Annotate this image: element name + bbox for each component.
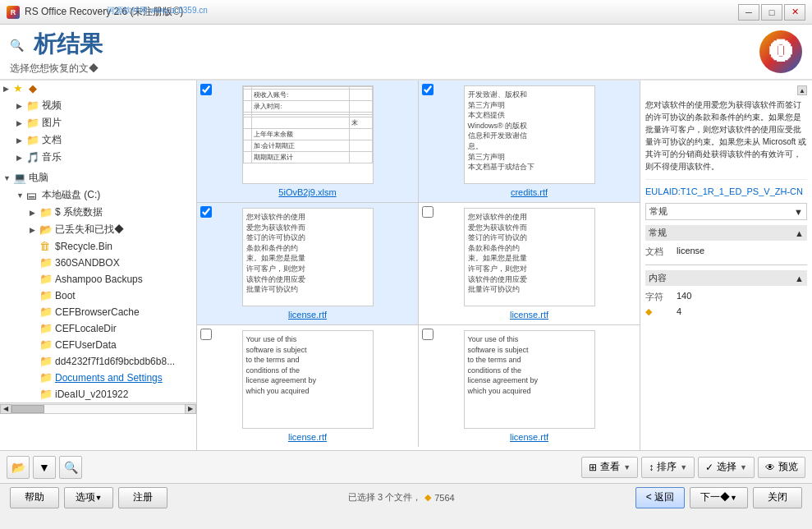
toolbar-folder-button[interactable]: 📂 (7, 456, 30, 479)
options-button[interactable]: 选项 ▼ (64, 487, 113, 508)
tree-item-recycle[interactable]: 🗑 $Recycle.Bin (0, 238, 196, 255)
tree-item-sysdata[interactable]: ▶ 📁 $ 系统数据 (0, 204, 196, 221)
file-checkbox-1[interactable] (422, 84, 434, 95)
tree-item-video[interactable]: ▶ 📁 视频 (0, 97, 196, 114)
select-label: 选择 (717, 460, 736, 474)
back-button[interactable]: < 返回 (635, 487, 685, 508)
file-checkbox-0[interactable] (200, 84, 212, 95)
preview-dropdown[interactable]: 常规 ▼ (645, 203, 807, 220)
tree-item-cef-user[interactable]: 📁 CEFUserData (0, 337, 196, 353)
tree-item-drive-c[interactable]: ▼ 🖴 本地磁盘 (C:) (0, 186, 196, 204)
count-icon: ◆ (424, 492, 431, 503)
folder-icon-360sandbox: 📁 (39, 256, 53, 269)
file-checkbox-5[interactable] (422, 329, 434, 340)
tree-item-docs-settings[interactable]: 📁 Documents and Settings (0, 370, 196, 386)
tree-item-360sandbox[interactable]: 📁 360SANDBOX (0, 255, 196, 271)
preview-table-0: 税收入账号: 录入时间: 末 上年年末余额 加:会计期期正 期期期正累计 (243, 86, 373, 163)
file-card-4[interactable]: Your use of thissoftware is subjectto th… (197, 325, 418, 447)
preview-section-normal[interactable]: 常规 ▲ (645, 225, 807, 241)
hscroll-track (11, 404, 185, 414)
tree-label-cef-browser: CEFBrowserCache (55, 306, 140, 318)
preview-button[interactable]: 👁 预览 (758, 457, 805, 478)
file-list-panel: 税收入账号: 录入时间: 末 上年年末余额 加:会计期期正 期期期正累计 5iO… (197, 80, 640, 450)
file-card-1[interactable]: 开发致谢、版权和第三方声明本文档提供Windows® 的版权信息和开发致谢信息。… (419, 80, 640, 202)
tree-label-pictures: 图片 (42, 116, 62, 130)
folder-icon-boot: 📁 (39, 289, 53, 302)
preview-scroll-up[interactable]: ▲ (645, 85, 807, 95)
drive-icon: 🖴 (26, 189, 39, 202)
tree-item-ashampoo[interactable]: 📁 Ashampoo Backups (0, 271, 196, 288)
toolbar-search-button[interactable]: 🔍 (59, 456, 82, 479)
tree-item-computer[interactable]: ▼ 💻 电脑 (0, 169, 196, 186)
count-value: 7564 (434, 493, 454, 503)
file-card-0[interactable]: 税收入账号: 录入时间: 末 上年年末余额 加:会计期期正 期期期正累计 5iO… (197, 80, 418, 202)
tree-arrow-360sandbox (30, 259, 39, 267)
file-checkbox-3[interactable] (422, 206, 434, 218)
file-card-2[interactable]: 您对该软件的使用爱您为获该软件而签订的许可协议的条款和条件的约束。如果您是批量许… (197, 203, 418, 324)
tree-label-drive-c: 本地磁盘 (C:) (42, 188, 100, 202)
preview-text-4: Your use of thissoftware is subjectto th… (243, 331, 373, 400)
select-arrow: ▼ (740, 463, 747, 472)
tree-label-video: 视频 (42, 99, 62, 113)
star-icon: ★ (13, 82, 26, 95)
file-card-5[interactable]: Your use of thissoftware is subjectto th… (419, 325, 640, 447)
tree-item-cef-locale[interactable]: 📁 CEFLocaleDir (0, 320, 196, 337)
file-card-3[interactable]: 您对该软件的使用爱您为获该软件而签订的许可协议的条款和条件的约束。如果您是批量许… (419, 203, 640, 324)
tree-arrow-cef-user (30, 341, 39, 349)
maximize-button[interactable]: □ (761, 4, 782, 21)
tree-label-ashampoo: Ashampoo Backups (55, 274, 143, 285)
file-preview-4: Your use of thissoftware is subjectto th… (242, 330, 374, 429)
hscroll-left[interactable]: ◀ (0, 404, 11, 414)
view-label: 查看 (600, 460, 620, 474)
tree-item-music[interactable]: ▶ 🎵 音乐 (0, 149, 196, 166)
tree-arrow-boot (30, 292, 39, 300)
tree-label-cef-locale: CEFLocaleDir (55, 323, 117, 334)
tree-item-boot[interactable]: 📁 Boot (0, 288, 196, 304)
tree-item-lost[interactable]: ▶ 📂 已丢失和已找◆ (0, 221, 196, 238)
tree-item-dd4232[interactable]: 📁 dd4232f7f1d6f9bcbdb6b8... (0, 353, 196, 370)
preview-section-content[interactable]: 内容 ▲ (645, 270, 807, 286)
file-checkbox-2[interactable] (200, 206, 212, 218)
close-button-status[interactable]: 关闭 (753, 487, 802, 508)
status-buttons-right: < 返回 下一◆ ▼ 关闭 (635, 487, 802, 508)
minimize-button[interactable]: ─ (738, 4, 759, 21)
file-name-2: license.rtf (288, 310, 327, 320)
close-button[interactable]: ✕ (784, 4, 805, 21)
folder-icon-pictures: 📁 (26, 117, 39, 130)
next-button[interactable]: 下一◆ ▼ (690, 487, 748, 508)
app-header: 🔍 析结果 选择您想恢复的文◆ 🅞 (0, 25, 812, 80)
char-label: 字符 (645, 291, 670, 303)
tree-panel: ▶ ★ ◆ ▶ 📁 视频 ▶ 📁 图片 ▶ 📁 文档 ▶ 🎵 音乐 (0, 80, 197, 450)
help-button[interactable]: 帮助 (10, 487, 59, 508)
section-collapse-icon: ▲ (795, 228, 804, 238)
sort-label: 排序 (657, 460, 677, 474)
sort-button[interactable]: ↕ 排序 ▼ (641, 457, 695, 478)
tree-item-pictures[interactable]: ▶ 📁 图片 (0, 114, 196, 131)
tree-item-ideaiu[interactable]: 📁 iDeaIU_v201922 (0, 386, 196, 402)
doc-value: license (677, 246, 704, 258)
select-button[interactable]: ✓ 选择 ▼ (698, 457, 755, 478)
tree-arrow-pictures: ▶ (16, 119, 26, 127)
preview-icon: 👁 (765, 462, 775, 473)
folder-icon-docs-settings: 📁 (39, 371, 53, 384)
tree-item-documents[interactable]: ▶ 📁 文档 (0, 131, 196, 149)
title-bar: R RS Office Recovery 2.6 (未注册版©) 河源软件网 w… (0, 0, 812, 25)
toolbar-filter-button[interactable]: ▼ (33, 456, 56, 479)
hscroll-right[interactable]: ▶ (185, 404, 196, 414)
register-button[interactable]: 注册 (118, 487, 167, 508)
view-button[interactable]: ⊞ 查看 ▼ (581, 457, 638, 478)
preview-label: 预览 (778, 460, 798, 474)
preview-char-row: 字符 140 (645, 289, 807, 305)
file-checkbox-4[interactable] (200, 329, 212, 340)
hscroll-thumb[interactable] (11, 405, 44, 413)
tree-hscroll[interactable]: ◀ ▶ (0, 402, 196, 414)
scroll-up-arrow[interactable]: ▲ (797, 85, 807, 95)
status-buttons-left: 帮助 选项 ▼ 注册 (10, 487, 167, 508)
options-arrow: ▼ (95, 494, 103, 502)
computer-icon: 💻 (13, 172, 26, 185)
file-preview-2: 您对该软件的使用爱您为获该软件而签订的许可协议的条款和条件的约束。如果您是批量许… (242, 208, 374, 306)
tree-item-cef-browser[interactable]: 📁 CEFBrowserCache (0, 304, 196, 320)
tree-arrow-ideaiu (30, 390, 39, 398)
folder-icon-recycle: 🗑 (39, 240, 53, 253)
tree-item-0[interactable]: ▶ ★ ◆ (0, 80, 196, 97)
